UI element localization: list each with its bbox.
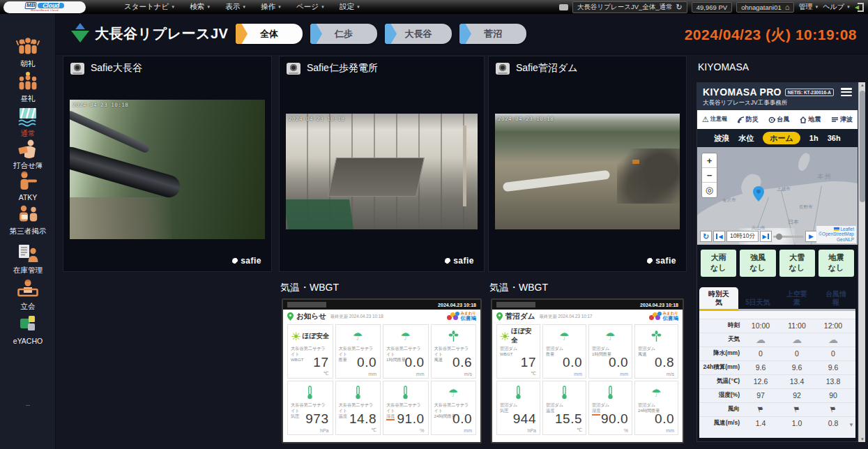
menu-startnavi[interactable]: スタートナビ▼ xyxy=(124,2,175,12)
table-row-weather: 天気 ☁ ☁ ☁ ☁ ☁ xyxy=(699,333,855,347)
tab-nibu[interactable]: 仁歩 xyxy=(310,24,377,44)
kiyomasa-widget: KIYOMASA PRO NETIS: KT-230016-A 大長谷リプレース… xyxy=(696,82,858,442)
scrollbar-thumb[interactable] xyxy=(860,91,865,202)
attr-geonlp[interactable]: GeoNLP xyxy=(837,237,854,242)
sensor-card-temperature: 大長谷第二サテライト温度 14.8 ℃ xyxy=(335,381,381,435)
widget-titlebar: 2024.04.23 10:18 xyxy=(492,300,683,310)
rss-icon xyxy=(738,116,745,123)
umbrella-icon: ☂ xyxy=(559,330,569,343)
chevron-down-icon: ▼ xyxy=(277,5,282,9)
table-row-time: 時刻 10:00 11:00 12:00 13:00 14:00 xyxy=(699,319,855,333)
tab-all[interactable]: 全体 xyxy=(236,24,303,44)
sidebar-item-tsuujou[interactable]: 通常 xyxy=(0,106,56,139)
camera-video-ohnagatani[interactable]: 2024-04-23 10:18 xyxy=(70,100,265,239)
refresh-icon[interactable]: ↻ xyxy=(676,3,683,12)
mode-harou[interactable]: 波浪 xyxy=(714,133,729,144)
map-refresh-button[interactable]: ↻ xyxy=(700,231,712,242)
sun-icon: ☀ xyxy=(500,330,510,343)
play-button[interactable]: ▶ xyxy=(805,231,817,242)
tab-ohnagatani[interactable]: 大長谷 xyxy=(385,24,452,44)
mode-bar: 波浪 水位 ホーム 1h 36h xyxy=(697,129,858,147)
thermometer-icon xyxy=(515,386,521,399)
scroll-up-icon[interactable]: ▲ xyxy=(859,83,866,87)
camera-video-suganuma[interactable]: 2024-04-23 10:18 xyxy=(495,114,680,229)
chevron-down-icon: ▼ xyxy=(171,5,175,9)
alert-nav: ⚠注意報 防災 台風 地震 津波 xyxy=(697,110,858,129)
webcam-icon xyxy=(287,63,300,75)
page-title: 大長谷リプレースJV xyxy=(95,24,228,43)
attr-osm[interactable]: ©OpenStreetMap xyxy=(818,231,854,236)
leaflet-map[interactable]: 本州 金沢市 上越市 長野市 高山市 日本 + − ◎ ↻ ◀ 10 xyxy=(697,147,858,245)
thermometer-icon xyxy=(355,386,361,399)
tab-hourly-weather[interactable]: 時別天気 xyxy=(699,287,738,311)
camera-video-nibu[interactable]: 2024-04-23 10:18 xyxy=(286,114,478,229)
pinwheel-icon xyxy=(448,330,459,342)
table-scroll-arrow-icon[interactable]: ▼ xyxy=(848,422,854,428)
scroll-down-icon[interactable]: ▼ xyxy=(859,437,866,441)
safie-logo: safie xyxy=(232,256,261,266)
sidebar-item-chuurei[interactable]: 昼礼 xyxy=(0,71,56,104)
zoom-out-button[interactable]: − xyxy=(702,168,717,183)
tab-typhoon-info[interactable]: 台風情報 xyxy=(816,287,855,311)
sensor-card-wind: 菅沼ダム風速 0.8 m/s xyxy=(634,324,678,379)
time-slider[interactable] xyxy=(773,231,804,242)
menu-page[interactable]: ページ▼ xyxy=(296,2,325,12)
menu-operate[interactable]: 操作▼ xyxy=(261,2,282,12)
alert-card-heavy-snow[interactable]: 大雪なし xyxy=(779,250,815,277)
wave-icon xyxy=(831,116,839,123)
mimawari-widget: 2024.04.23 10:18 菅沼ダム 最終更新 2024.04.23 10… xyxy=(491,298,684,443)
video-timestamp: 2024-04-23 10:18 xyxy=(289,116,344,122)
cloud-logo-mark: Cloud xyxy=(38,3,64,9)
sidebar-item-zaiko-kanri[interactable]: 在庫管理 xyxy=(0,243,56,275)
home-icon[interactable]: ⌂ xyxy=(785,3,790,11)
motionboard-cloud-logo[interactable]: MB Cloud MotionBoard Cloud xyxy=(3,1,86,13)
location-pin-icon xyxy=(287,312,294,321)
alert-card-strong-wind[interactable]: 強風なし xyxy=(740,250,775,277)
nav-taifuu[interactable]: 台風 xyxy=(768,115,789,124)
alert-card-heavy-rain[interactable]: 大雨なし xyxy=(701,250,736,277)
widget-scrollbar[interactable]: ▲ ▼ xyxy=(858,82,865,442)
thermometer-icon xyxy=(307,386,313,399)
sidebar-item-daisansha-keiji[interactable]: 第三者掲示 xyxy=(0,204,56,236)
attr-leaflet[interactable]: Leaflet xyxy=(840,227,854,231)
skip-back-button[interactable]: ◀ xyxy=(713,231,725,242)
help-menu[interactable]: ヘルプ▼ xyxy=(823,2,851,12)
hamburger-menu-icon[interactable] xyxy=(841,88,852,96)
sun-icon: ☀ xyxy=(291,330,300,343)
sidebar-item-atky[interactable]: ATKY xyxy=(0,170,56,201)
wind-flag-icon: ⚑ xyxy=(756,404,765,414)
nav-tsunami[interactable]: 津波 xyxy=(831,115,853,124)
map-marker-icon[interactable] xyxy=(753,186,764,201)
weather-tabs: 時別天気 5日天気 上空要素 台風情報 xyxy=(697,282,858,311)
umbrella-icon: ☂ xyxy=(401,330,411,343)
admin-menu[interactable]: 管理▼ xyxy=(798,2,818,12)
eyacho-logo xyxy=(15,314,40,336)
menu-search[interactable]: 検索▼ xyxy=(190,2,211,12)
nav-jishin[interactable]: 地震 xyxy=(800,115,821,124)
menu-settings[interactable]: 設定▼ xyxy=(340,2,360,12)
sidebar-item-uchiawasebo[interactable]: 打合せ簿 xyxy=(0,138,56,171)
mode-suii[interactable]: 水位 xyxy=(738,133,754,144)
menu-view[interactable]: 表示▼ xyxy=(225,2,246,12)
mode-home[interactable]: ホーム xyxy=(763,132,800,144)
sidebar-item-chourei[interactable]: 朝礼 xyxy=(0,36,56,69)
sidebar-item-tachiai[interactable]: 立会 xyxy=(0,279,56,312)
nav-bousai[interactable]: 防災 xyxy=(738,115,759,124)
board-name-box[interactable]: 大長谷リプレースJV_全体_通常 ↻ xyxy=(572,1,687,13)
user-box[interactable]: ohnagatani01 ⌂ xyxy=(736,2,794,13)
logout-icon[interactable]: ◀ xyxy=(855,3,864,12)
comment-bubble-icon[interactable] xyxy=(559,4,568,10)
mode-36h[interactable]: 36h xyxy=(828,134,841,142)
workers-group-icon xyxy=(15,36,40,59)
tab-suganuma[interactable]: 菅沼 xyxy=(459,24,526,44)
nav-chuuihou[interactable]: ⚠注意報 xyxy=(702,115,727,124)
locate-button[interactable]: ◎ xyxy=(702,183,717,197)
widget-location: 菅沼ダム xyxy=(505,312,535,321)
mode-1h[interactable]: 1h xyxy=(809,134,818,142)
skip-forward-button[interactable]: ▶ xyxy=(760,231,772,242)
sidebar-item-eyacho[interactable]: eYACHO xyxy=(0,314,56,345)
tab-upper-air[interactable]: 上空要素 xyxy=(777,287,816,311)
alert-card-earthquake[interactable]: 地震なし xyxy=(818,250,854,277)
zoom-in-button[interactable]: + xyxy=(702,153,717,168)
slider-thumb[interactable] xyxy=(776,234,782,240)
